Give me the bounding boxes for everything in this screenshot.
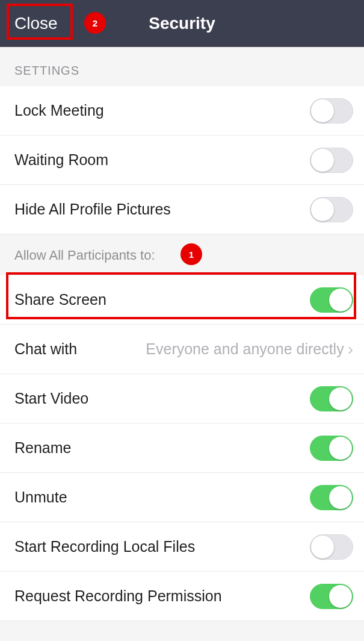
toggle-unmute[interactable] [310,485,353,510]
toggle-request-recording-permission[interactable] [310,584,353,609]
row-label: Start Recording Local Files [14,538,195,555]
toggle-start-video[interactable] [310,386,353,411]
toggle-share-screen[interactable] [310,287,353,313]
close-button[interactable]: Close [0,14,72,33]
row-hide-profile-pictures[interactable]: Hide All Profile Pictures [0,185,364,234]
toggle-hide-profile-pictures[interactable] [310,197,353,222]
row-label: Share Screen [14,291,106,308]
toggle-start-recording-local[interactable] [310,534,353,560]
row-label: Waiting Room [14,151,108,169]
row-value-chat-with: Everyone and anyone directly [146,340,344,358]
row-start-recording-local[interactable]: Start Recording Local Files [0,522,364,572]
toggle-waiting-room[interactable] [310,148,353,173]
section-header-allow: Allow All Participants to: [0,234,364,275]
row-label: Lock Meeting [14,102,104,119]
row-share-screen[interactable]: Share Screen [0,275,364,325]
row-unmute[interactable]: Unmute [0,473,364,522]
row-label: Request Recording Permission [14,587,222,605]
row-lock-meeting[interactable]: Lock Meeting [0,86,364,136]
section-header-settings: SETTINGS [0,47,364,86]
row-request-recording-permission[interactable]: Request Recording Permission [0,572,364,621]
row-label: Chat with [14,340,77,358]
row-label: Unmute [14,489,67,506]
toggle-rename[interactable] [310,436,353,461]
row-label: Start Video [14,390,88,407]
row-label: Rename [14,439,72,457]
toggle-lock-meeting[interactable] [310,98,353,124]
header-bar: Close Security [0,0,364,47]
row-label: Hide All Profile Pictures [14,201,171,218]
row-start-video[interactable]: Start Video [0,374,364,424]
chevron-right-icon: › [348,341,353,358]
row-waiting-room[interactable]: Waiting Room [0,136,364,185]
row-chat-with[interactable]: Chat with Everyone and anyone directly › [0,325,364,374]
row-rename[interactable]: Rename [0,424,364,473]
